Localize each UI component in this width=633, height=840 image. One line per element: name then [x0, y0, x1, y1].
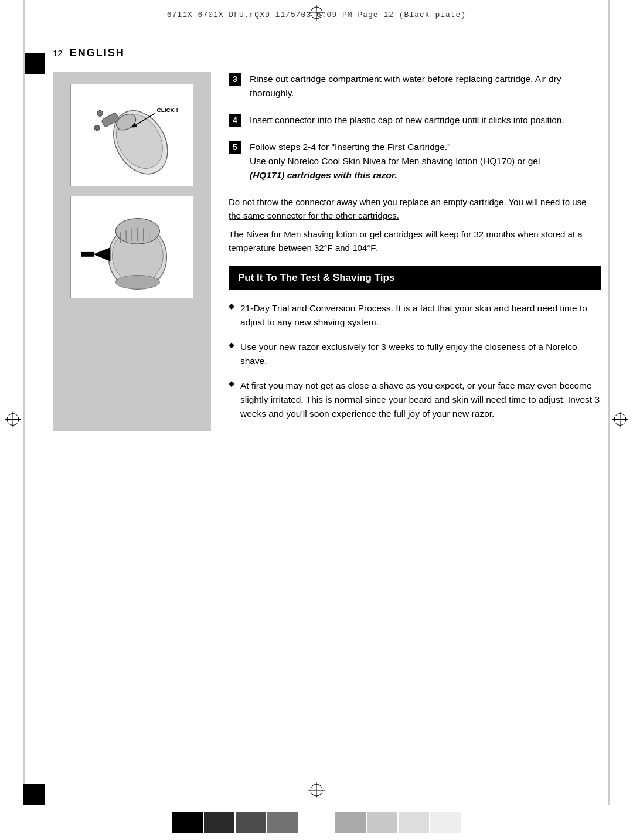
bullet-icon	[229, 381, 234, 387]
svg-point-18	[97, 110, 103, 116]
right-sidebar-line	[608, 0, 610, 805]
bullet-text-1: 21-Day Trial and Conversion Process. It …	[240, 301, 601, 329]
page-number: 12	[53, 48, 63, 58]
color-block-7	[399, 812, 429, 833]
color-block-6	[367, 812, 397, 833]
color-block-gap	[299, 812, 334, 833]
color-blocks	[172, 812, 461, 833]
bullet-icon	[229, 304, 234, 310]
bullet-text-3: At first you may not get as close a shav…	[240, 379, 601, 421]
list-item: At first you may not get as close a shav…	[229, 379, 601, 421]
svg-point-17	[94, 125, 100, 131]
step-5-bold: (HQ171) cartridges with this razor.	[250, 170, 397, 180]
step-4: 4 Insert connector into the plastic cap …	[229, 113, 601, 127]
main-content: 12 ENGLISH	[53, 35, 601, 793]
crosshair-left	[5, 411, 21, 429]
image-razor-insert	[70, 196, 193, 298]
reg-square-top-left	[23, 53, 45, 74]
color-block-1	[172, 812, 203, 833]
section-header: 12 ENGLISH	[53, 47, 601, 59]
color-block-3	[236, 812, 266, 833]
bullet-text-2: Use your new razor exclusively for 3 wee…	[240, 340, 601, 368]
content-columns: CLICK !	[53, 72, 601, 431]
step-4-number: 4	[229, 114, 241, 127]
color-block-8	[430, 812, 461, 833]
svg-text:CLICK !: CLICK !	[157, 107, 178, 113]
regular-note: The Nivea for Men shaving lotion or gel …	[229, 229, 583, 253]
bullet-icon	[229, 342, 234, 348]
step-5: 5 Follow steps 2-4 for "Inserting the Fi…	[229, 140, 601, 182]
bullet-list: 21-Day Trial and Conversion Process. It …	[229, 301, 601, 421]
step-5-text: Follow steps 2-4 for "Inserting the Firs…	[250, 140, 540, 182]
svg-rect-33	[81, 252, 94, 257]
left-sidebar-line	[23, 0, 25, 805]
step-3-text: Rinse out cartridge compartment with wat…	[250, 72, 601, 100]
left-column: CLICK !	[53, 72, 211, 431]
underlined-note: Do not throw the connector away when you…	[229, 195, 601, 223]
color-block-4	[267, 812, 298, 833]
step-4-text: Insert connector into the plastic cap of…	[250, 113, 564, 127]
bottom-color-bar	[0, 805, 633, 840]
crosshair-right	[612, 411, 628, 429]
reg-square-bottom-left	[23, 784, 45, 805]
section-title: ENGLISH	[70, 47, 125, 59]
svg-point-34	[115, 275, 159, 289]
list-item: Use your new razor exclusively for 3 wee…	[229, 340, 601, 368]
color-block-5	[335, 812, 366, 833]
section-banner: Put It To The Test & Shaving Tips	[229, 266, 601, 290]
step-5-number: 5	[229, 141, 241, 154]
step-3-number: 3	[229, 73, 241, 86]
right-column: 3 Rinse out cartridge compartment with w…	[211, 72, 601, 431]
step-3: 3 Rinse out cartridge compartment with w…	[229, 72, 601, 100]
list-item: 21-Day Trial and Conversion Process. It …	[229, 301, 601, 329]
image-razor-click: CLICK !	[70, 84, 193, 186]
color-block-2	[204, 812, 234, 833]
crosshair-top	[308, 5, 325, 23]
